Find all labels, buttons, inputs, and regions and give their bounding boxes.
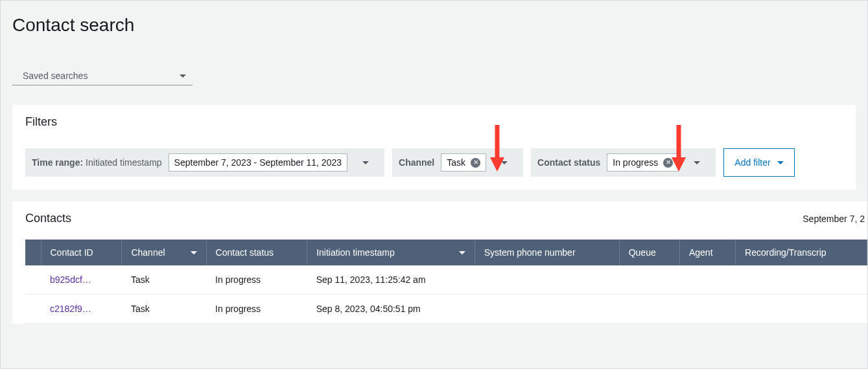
contacts-panel: Contacts September 7, 2 Contact ID Chann… [12, 201, 867, 324]
channel-value[interactable]: Task ✕ [441, 153, 486, 172]
chevron-down-icon [777, 161, 784, 164]
filters-title: Filters [25, 115, 843, 129]
time-range-value-text: September 7, 2023 - September 11, 2023 [174, 157, 342, 168]
chevron-down-icon [191, 251, 197, 254]
chevron-down-icon [180, 74, 186, 78]
add-filter-button[interactable]: Add filter [723, 148, 794, 177]
cell-queue [619, 295, 679, 324]
contact-id-link[interactable]: c2182f9… [50, 304, 91, 314]
time-range-expand[interactable] [353, 161, 378, 164]
chevron-down-icon [459, 251, 465, 254]
filters-panel: Filters Time range: Initiated timestamp … [12, 105, 856, 190]
cell-queue [619, 265, 679, 295]
table-row: b925dcf… Task In progress Sep 11, 2023, … [25, 265, 867, 295]
cell-phone [475, 295, 619, 324]
col-checkbox[interactable] [25, 240, 41, 265]
contact-id-link[interactable]: b925dcf… [50, 274, 91, 285]
filters-row: Time range: Initiated timestamp Septembe… [25, 148, 843, 177]
channel-label: Channel [399, 157, 434, 168]
col-initiation-timestamp[interactable]: Initiation timestamp [307, 240, 475, 265]
row-checkbox[interactable] [25, 265, 41, 295]
contact-status-expand[interactable] [684, 161, 709, 164]
col-system-phone[interactable]: System phone number [475, 240, 619, 265]
contacts-table: Contact ID Channel Contact status Initia… [25, 240, 867, 324]
channel-value-text: Task [447, 157, 465, 168]
saved-searches-label: Saved searches [23, 71, 88, 81]
close-icon[interactable]: ✕ [663, 158, 673, 168]
cell-timestamp: Sep 8, 2023, 04:50:51 pm [307, 295, 475, 324]
cell-agent [679, 265, 735, 295]
channel-filter[interactable]: Channel Task ✕ [392, 148, 523, 177]
col-contact-status[interactable]: Contact status [206, 240, 307, 265]
cell-recording [736, 265, 867, 295]
time-range-value[interactable]: September 7, 2023 - September 11, 2023 [169, 153, 347, 172]
chevron-down-icon [362, 161, 369, 164]
cell-status: In progress [206, 265, 307, 295]
channel-expand[interactable] [491, 161, 517, 164]
cell-recording [736, 295, 867, 324]
contact-status-value-text: In progress [613, 157, 658, 168]
cell-status: In progress [206, 295, 307, 324]
table-row: c2182f9… Task In progress Sep 8, 2023, 0… [25, 295, 867, 324]
contact-status-label: Contact status [537, 157, 600, 168]
close-icon[interactable]: ✕ [471, 158, 480, 168]
cell-channel: Task [122, 265, 206, 295]
cell-timestamp: Sep 11, 2023, 11:25:42 am [307, 265, 475, 295]
col-contact-id[interactable]: Contact ID [41, 240, 122, 265]
saved-searches-dropdown[interactable]: Saved searches [12, 67, 193, 85]
contact-status-value[interactable]: In progress ✕ [607, 153, 679, 172]
cell-agent [679, 295, 735, 324]
col-channel-label: Channel [131, 247, 165, 258]
time-range-label: Time range: [32, 157, 83, 168]
col-channel[interactable]: Channel [122, 240, 206, 265]
time-range-sublabel: Initiated timestamp [86, 157, 162, 168]
contacts-range-text: September 7, 2 [803, 214, 865, 224]
page-title: Contact search [1, 1, 867, 41]
row-checkbox[interactable] [25, 295, 41, 324]
cell-channel: Task [122, 295, 206, 324]
col-agent[interactable]: Agent [679, 240, 735, 265]
contact-status-filter[interactable]: Contact status In progress ✕ [531, 148, 716, 177]
cell-phone [475, 265, 619, 295]
contacts-title: Contacts [25, 212, 71, 225]
add-filter-label: Add filter [734, 157, 770, 168]
col-recording[interactable]: Recording/Transcrip [736, 240, 867, 265]
time-range-filter[interactable]: Time range: Initiated timestamp Septembe… [25, 148, 384, 177]
col-queue[interactable]: Queue [619, 240, 679, 265]
chevron-down-icon [501, 161, 508, 164]
chevron-down-icon [694, 161, 700, 164]
col-initiation-timestamp-label: Initiation timestamp [316, 247, 395, 258]
